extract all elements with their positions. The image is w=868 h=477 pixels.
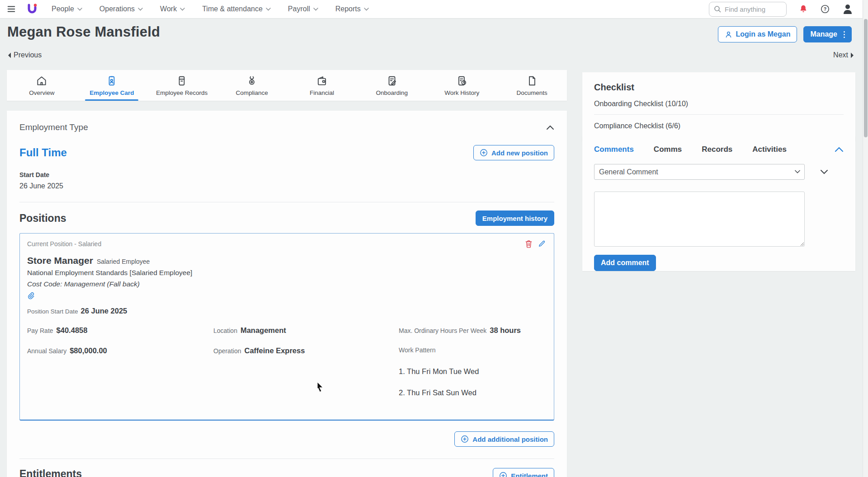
chevron-down-icon bbox=[180, 8, 185, 11]
nav-item-time-attendance[interactable]: Time & attendance bbox=[202, 5, 271, 13]
collapse-panel-chevron-up-icon[interactable] bbox=[835, 147, 844, 152]
search-icon bbox=[714, 5, 721, 13]
chevron-down-icon bbox=[364, 8, 369, 11]
nav-label: Reports bbox=[335, 5, 361, 13]
employee-card-content: Employment Type Full Time Add new positi… bbox=[7, 111, 567, 477]
chevron-right-icon bbox=[850, 52, 854, 58]
plus-circle-icon bbox=[480, 149, 488, 157]
kebab-menu-icon[interactable] bbox=[844, 31, 845, 38]
comments-panel: Comments Comms Records Activities Genera… bbox=[582, 136, 855, 271]
add-new-position-button[interactable]: Add new position bbox=[473, 145, 554, 160]
nav-label: Work bbox=[160, 5, 177, 13]
main-nav: People Operations Work Time & attendance… bbox=[52, 5, 369, 13]
tab-activities[interactable]: Activities bbox=[752, 145, 787, 154]
add-additional-position-label: Add additional position bbox=[472, 435, 548, 443]
next-label: Next bbox=[833, 51, 848, 59]
page-scrollbar[interactable] bbox=[863, 0, 868, 477]
tab-compliance[interactable]: Compliance bbox=[217, 70, 287, 101]
tab-label: Documents bbox=[516, 89, 547, 96]
tab-employee-card[interactable]: Employee Card bbox=[77, 70, 147, 101]
add-comment-button[interactable]: Add comment bbox=[594, 255, 656, 271]
pay-rate-value: $40.4858 bbox=[57, 326, 88, 334]
chevron-down-icon bbox=[266, 8, 271, 11]
tab-onboarding[interactable]: Onboarding bbox=[357, 70, 427, 101]
help-icon[interactable]: ? bbox=[820, 4, 830, 14]
pay-rate-label: Pay Rate bbox=[27, 327, 53, 334]
nav-item-work[interactable]: Work bbox=[160, 5, 185, 13]
comment-input[interactable] bbox=[594, 192, 805, 247]
tab-work-history[interactable]: Work History bbox=[427, 70, 497, 101]
login-as-button[interactable]: Login as Megan bbox=[718, 26, 797, 42]
tab-documents[interactable]: Documents bbox=[497, 70, 567, 101]
document-clock-icon bbox=[456, 75, 468, 87]
home-icon bbox=[36, 75, 47, 87]
start-date-value: 26 June 2025 bbox=[19, 182, 554, 190]
comment-type-select[interactable]: General Comment bbox=[594, 164, 805, 180]
tab-overview[interactable]: Overview bbox=[7, 70, 77, 101]
section-divider bbox=[19, 458, 554, 459]
login-as-label: Login as Megan bbox=[736, 30, 791, 38]
nav-item-payroll[interactable]: Payroll bbox=[288, 5, 318, 13]
checklist-title: Checklist bbox=[594, 82, 844, 93]
nav-label: Operations bbox=[99, 5, 135, 13]
medal-icon bbox=[246, 75, 258, 87]
add-entitlement-button[interactable]: Entitlement bbox=[493, 468, 554, 477]
svg-text:?: ? bbox=[824, 7, 826, 12]
tab-label: Overview bbox=[29, 89, 54, 96]
nav-label: People bbox=[52, 5, 74, 13]
section-divider bbox=[19, 202, 554, 202]
nav-item-operations[interactable]: Operations bbox=[99, 5, 143, 13]
employment-history-button[interactable]: Employment history bbox=[476, 210, 554, 226]
avatar[interactable] bbox=[842, 3, 854, 15]
annual-salary-label: Annual Salary bbox=[27, 347, 66, 355]
position-start-date-label: Position Start Date bbox=[27, 308, 78, 315]
manage-button[interactable]: Manage bbox=[803, 26, 852, 42]
tab-employee-records[interactable]: Employee Records bbox=[147, 70, 217, 101]
id-card-icon bbox=[106, 75, 118, 87]
previous-label: Previous bbox=[14, 51, 42, 59]
nav-item-reports[interactable]: Reports bbox=[335, 5, 369, 13]
previous-button[interactable]: Previous bbox=[7, 51, 42, 59]
employee-tabs: Overview Employee Card Employee Records … bbox=[7, 70, 567, 101]
nav-label: Time & attendance bbox=[202, 5, 263, 13]
current-position-header: Current Position - Salaried bbox=[27, 240, 101, 248]
tab-label: Compliance bbox=[236, 89, 268, 96]
search-input[interactable] bbox=[725, 5, 779, 13]
add-comment-label: Add comment bbox=[601, 259, 649, 267]
tab-label: Financial bbox=[310, 89, 334, 96]
location-label: Location bbox=[213, 327, 237, 334]
paperclip-icon[interactable] bbox=[27, 292, 34, 299]
max-hours-label: Max. Ordinary Hours Per Week bbox=[399, 327, 486, 334]
notifications-bell-icon[interactable] bbox=[798, 4, 808, 14]
plus-circle-icon bbox=[499, 472, 507, 477]
tab-label: Work History bbox=[444, 89, 479, 96]
tab-financial[interactable]: Financial bbox=[287, 70, 357, 101]
chevron-down-icon bbox=[313, 8, 318, 11]
scrollbar-thumb[interactable] bbox=[864, 19, 868, 137]
position-subtitle: Salaried Employee bbox=[97, 258, 150, 265]
edit-position-pencil-icon[interactable] bbox=[538, 240, 546, 248]
tab-comms[interactable]: Comms bbox=[654, 145, 682, 154]
employment-type-section-title: Employment Type bbox=[19, 122, 88, 132]
position-standards: National Employment Standards [Salaried … bbox=[27, 269, 546, 277]
nav-item-people[interactable]: People bbox=[52, 5, 82, 13]
position-title: Store Manager bbox=[27, 255, 93, 266]
annual-salary-value: $80,000.00 bbox=[70, 346, 107, 355]
expand-options-chevron-down-icon[interactable] bbox=[820, 169, 828, 174]
checklist-item-onboarding[interactable]: Onboarding Checklist (10/10) bbox=[594, 93, 844, 114]
global-search bbox=[709, 2, 787, 17]
tab-records[interactable]: Records bbox=[702, 145, 732, 154]
app-logo-icon[interactable] bbox=[26, 3, 38, 15]
next-button[interactable]: Next bbox=[833, 51, 854, 59]
collapse-section-chevron-up-icon[interactable] bbox=[546, 125, 554, 130]
location-value: Management bbox=[241, 326, 286, 334]
person-icon bbox=[725, 31, 732, 38]
operation-value: Caffeine Express bbox=[244, 346, 305, 355]
delete-position-trash-icon[interactable] bbox=[525, 240, 533, 248]
add-additional-position-button[interactable]: Add additional position bbox=[454, 431, 554, 447]
checklist-item-compliance[interactable]: Compliance Checklist (6/6) bbox=[594, 114, 844, 136]
add-entitlement-label: Entitlement bbox=[511, 472, 548, 477]
employment-type-value: Full Time bbox=[19, 146, 67, 159]
tab-comments[interactable]: Comments bbox=[594, 145, 634, 154]
hamburger-menu-icon[interactable] bbox=[6, 4, 16, 14]
